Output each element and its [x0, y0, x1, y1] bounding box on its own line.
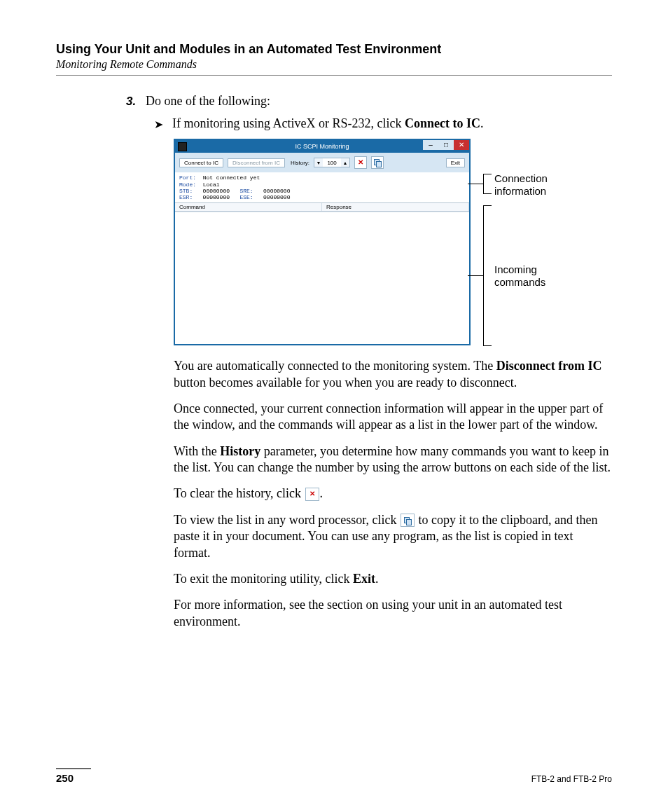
port-value: Not connected yet — [203, 174, 260, 181]
history-down-button[interactable]: ▼ — [314, 158, 323, 167]
callout-leader — [468, 184, 483, 184]
text: . — [375, 572, 379, 586]
text-bold: Disconnect from IC — [496, 359, 602, 373]
paragraph: To view the list in any word processor, … — [174, 512, 612, 561]
x-icon: ✕ — [309, 490, 315, 497]
connection-info-panel: Port: Not connected yet Mode: Local STB:… — [175, 172, 469, 202]
app-window: IC SCPI Monitoring – □ ✕ Connect to IC D… — [174, 139, 471, 345]
bullet-bold: Connect to IC — [405, 116, 480, 130]
text: With the — [174, 444, 220, 458]
history-label: History: — [291, 160, 309, 166]
figure: IC SCPI Monitoring – □ ✕ Connect to IC D… — [174, 139, 562, 345]
copy-icon — [374, 159, 381, 166]
history-spinner[interactable]: ▼ 100 ▲ — [314, 158, 350, 167]
minimize-button[interactable]: – — [423, 140, 438, 150]
port-label: Port: — [179, 174, 196, 181]
inline-clear-icon: ✕ — [305, 488, 319, 501]
text: To clear the history, click — [174, 486, 305, 500]
footer-rule — [56, 768, 91, 769]
text: button becomes available for you when yo… — [174, 376, 517, 390]
page-number: 250 — [56, 772, 74, 784]
bullet-text: If monitoring using ActiveX or RS-232, c… — [172, 116, 483, 132]
toolbar: Connect to IC Disconnect from IC History… — [175, 153, 469, 172]
sre-value: 00000000 — [263, 188, 290, 194]
exit-button[interactable]: Exit — [446, 158, 465, 167]
product-name: FTB-2 and FTB-2 Pro — [531, 774, 612, 784]
window-title: IC SCPI Monitoring — [295, 143, 349, 150]
chapter-title: Using Your Unit and Modules in an Automa… — [56, 42, 612, 57]
sre-label: SRE: — [239, 188, 253, 194]
paragraph: To exit the monitoring utility, click Ex… — [174, 571, 612, 587]
command-list[interactable] — [175, 212, 469, 344]
header-rule — [56, 75, 612, 76]
bullet-arrow-icon: ➤ — [154, 118, 172, 131]
maximize-button[interactable]: □ — [438, 140, 454, 150]
column-response: Response — [322, 203, 469, 211]
paragraph: To clear the history, click ✕. — [174, 486, 612, 502]
paragraph: For more information, see the section on… — [174, 597, 612, 630]
copy-icon — [404, 517, 411, 524]
list-header: Command Response — [175, 202, 469, 212]
callout-leader — [483, 205, 492, 206]
close-button[interactable]: ✕ — [454, 140, 469, 150]
callout-leader — [483, 205, 484, 345]
window-icon — [178, 142, 187, 151]
step-text: Do one of the following: — [146, 94, 270, 109]
mode-label: Mode: — [179, 181, 196, 188]
disconnect-from-ic-button[interactable]: Disconnect from IC — [228, 158, 285, 167]
clear-history-button[interactable]: ✕ — [354, 156, 367, 169]
section-subtitle: Monitoring Remote Commands — [56, 58, 612, 71]
text-bold: History — [220, 444, 260, 458]
stb-label: STB: — [179, 188, 193, 194]
callout-leader — [483, 193, 492, 194]
connect-to-ic-button[interactable]: Connect to IC — [179, 158, 223, 167]
mode-value: Local — [203, 181, 220, 188]
paragraph: With the History parameter, you determin… — [174, 443, 612, 476]
text: To view the list in any word processor, … — [174, 513, 400, 527]
history-up-button[interactable]: ▲ — [341, 158, 349, 167]
callout-leader — [483, 174, 484, 193]
text-bold: Exit — [353, 572, 375, 586]
x-icon: ✕ — [358, 159, 363, 166]
text: To exit the monitoring utility, click — [174, 572, 353, 586]
stb-value: 00000000 — [203, 188, 230, 194]
paragraph: Once connected, your current connection … — [174, 401, 612, 434]
copy-button[interactable] — [371, 156, 384, 169]
bullet-suffix: . — [480, 116, 484, 130]
bullet-prefix: If monitoring using ActiveX or RS-232, c… — [172, 116, 405, 130]
ese-label: ESE: — [239, 194, 253, 200]
callout-leader — [468, 275, 483, 276]
page-footer: 250 FTB-2 and FTB-2 Pro — [56, 768, 612, 784]
callout-incoming-commands: Incoming commands — [494, 263, 564, 288]
window-titlebar: IC SCPI Monitoring – □ ✕ — [175, 140, 469, 153]
inline-copy-icon — [401, 514, 415, 527]
paragraph: You are automatically connected to the m… — [174, 358, 612, 391]
callout-leader — [483, 174, 492, 174]
ese-value: 00000000 — [263, 194, 290, 200]
history-value: 100 — [323, 160, 341, 166]
callout-leader — [483, 345, 492, 346]
text: You are automatically connected to the m… — [174, 359, 496, 373]
esr-label: ESR: — [179, 194, 193, 200]
column-command: Command — [175, 203, 322, 211]
step-number: 3. — [126, 95, 146, 109]
esr-value: 00000000 — [203, 194, 230, 200]
text: . — [320, 486, 323, 500]
callout-connection-info: Connection information — [494, 172, 564, 197]
